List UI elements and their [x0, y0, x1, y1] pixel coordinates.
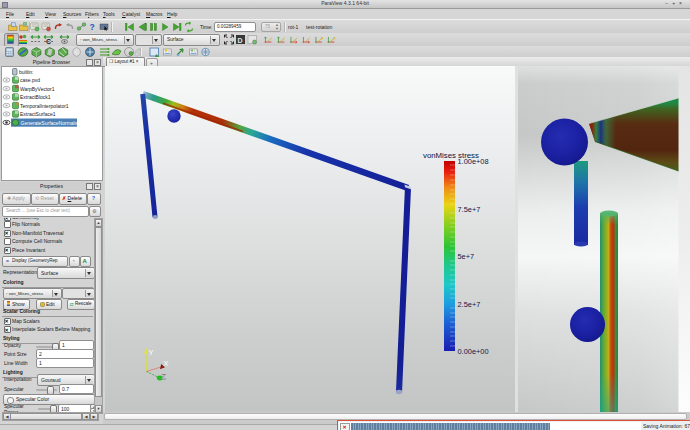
svg-text:5e+7: 5e+7 [458, 252, 475, 261]
svg-text:X: X [164, 359, 169, 368]
svg-text:C: C [46, 38, 51, 45]
svg-text:Y: Y [149, 348, 154, 357]
svg-text:2.5e+7: 2.5e+7 [458, 300, 481, 309]
svg-text:7.5e+7: 7.5e+7 [458, 205, 481, 214]
svg-text:Z: Z [162, 372, 167, 381]
svg-text:?: ? [90, 22, 95, 32]
svg-text:0.00e+00: 0.00e+00 [458, 347, 489, 356]
svg-text:1.00e+08: 1.00e+08 [458, 157, 489, 166]
svg-text:D: D [238, 37, 243, 44]
